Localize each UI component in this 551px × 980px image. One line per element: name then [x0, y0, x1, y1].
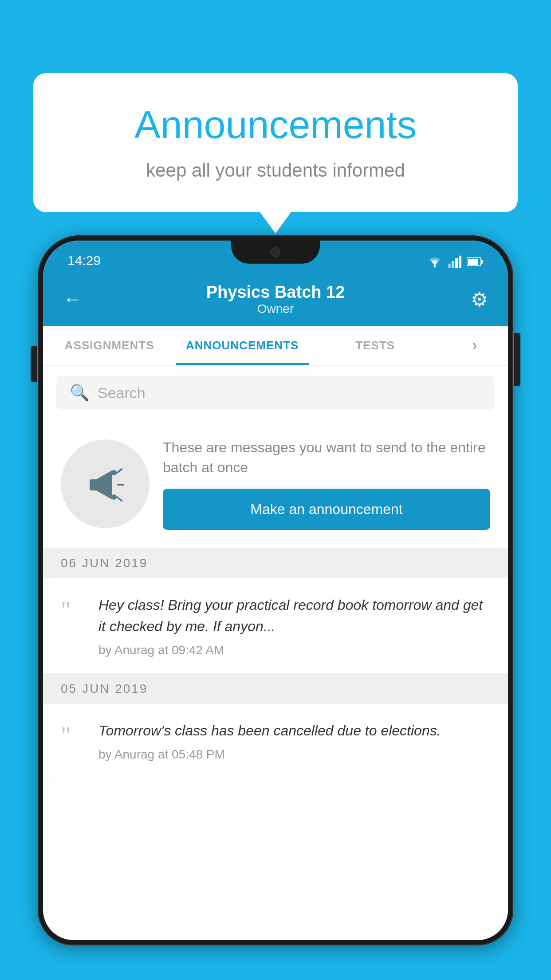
- tab-assignments[interactable]: ASSIGNMENTS: [43, 326, 176, 365]
- header-center: Physics Batch 12 Owner: [206, 283, 345, 316]
- promo-right: These are messages you want to send to t…: [163, 438, 490, 530]
- speech-bubble: Announcements keep all your students inf…: [33, 73, 518, 212]
- status-icons: [427, 256, 484, 268]
- announcement-text-1: Hey class! Bring your practical record b…: [98, 594, 490, 637]
- header-subtitle: Owner: [206, 302, 345, 316]
- svg-line-12: [117, 469, 122, 473]
- announcement-text-2: Tomorrow's class has been cancelled due …: [98, 720, 490, 741]
- search-container: 🔍 Search: [43, 366, 508, 420]
- promo-description: These are messages you want to send to t…: [163, 438, 490, 478]
- bubble-subtitle: keep all your students informed: [69, 160, 482, 181]
- svg-rect-4: [459, 256, 461, 268]
- bubble-title: Announcements: [69, 102, 482, 147]
- status-time: 14:29: [67, 253, 101, 268]
- svg-rect-9: [90, 479, 97, 490]
- phone-screen: 14:29: [43, 241, 508, 940]
- tab-tests[interactable]: TESTS: [309, 326, 441, 365]
- app-header: ← Physics Batch 12 Owner ⚙: [43, 273, 508, 326]
- svg-point-11: [111, 494, 117, 500]
- back-button[interactable]: ←: [63, 288, 82, 310]
- search-input[interactable]: Search: [98, 384, 146, 402]
- tabs-bar: ASSIGNMENTS ANNOUNCEMENTS TESTS ›: [43, 326, 508, 366]
- quote-icon-1: ": [61, 598, 85, 623]
- announcement-meta-2: by Anurag at 05:48 PM: [98, 747, 490, 762]
- tab-announcements[interactable]: ANNOUNCEMENTS: [176, 326, 308, 365]
- wifi-icon: [427, 256, 443, 268]
- camera-dot: [271, 247, 280, 257]
- announcement-promo: These are messages you want to send to t…: [43, 420, 508, 548]
- svg-marker-8: [96, 470, 112, 499]
- announcement-meta-1: by Anurag at 09:42 AM: [98, 643, 490, 657]
- search-icon: 🔍: [70, 383, 90, 402]
- header-title: Physics Batch 12: [206, 283, 345, 302]
- phone-notch: [231, 241, 320, 264]
- svg-line-14: [117, 497, 122, 501]
- make-announcement-button[interactable]: Make an announcement: [163, 489, 490, 530]
- announcement-content-2: Tomorrow's class has been cancelled due …: [98, 720, 490, 762]
- phone-outer: 14:29: [38, 235, 513, 945]
- date-divider-2: 05 JUN 2019: [43, 674, 508, 704]
- svg-point-0: [434, 265, 436, 268]
- announcement-item-2[interactable]: " Tomorrow's class has been cancelled du…: [43, 704, 508, 778]
- signal-icon: [448, 256, 461, 268]
- announcement-item-1[interactable]: " Hey class! Bring your practical record…: [43, 578, 508, 674]
- speech-bubble-section: Announcements keep all your students inf…: [33, 73, 518, 212]
- svg-rect-6: [481, 260, 483, 264]
- svg-rect-1: [448, 264, 451, 268]
- svg-rect-3: [455, 258, 458, 268]
- quote-icon-2: ": [61, 723, 85, 748]
- tab-more[interactable]: ›: [441, 326, 508, 365]
- phone-mockup: 14:29: [38, 235, 513, 980]
- settings-icon[interactable]: ⚙: [471, 288, 488, 311]
- announcement-content-1: Hey class! Bring your practical record b…: [98, 594, 490, 657]
- search-bar[interactable]: 🔍 Search: [56, 375, 495, 410]
- svg-rect-2: [452, 261, 454, 268]
- svg-point-10: [111, 470, 117, 475]
- promo-icon-circle: [61, 439, 150, 528]
- megaphone-icon: [81, 459, 130, 508]
- svg-rect-7: [468, 259, 478, 265]
- battery-icon: [467, 257, 484, 267]
- date-divider-1: 06 JUN 2019: [43, 548, 508, 578]
